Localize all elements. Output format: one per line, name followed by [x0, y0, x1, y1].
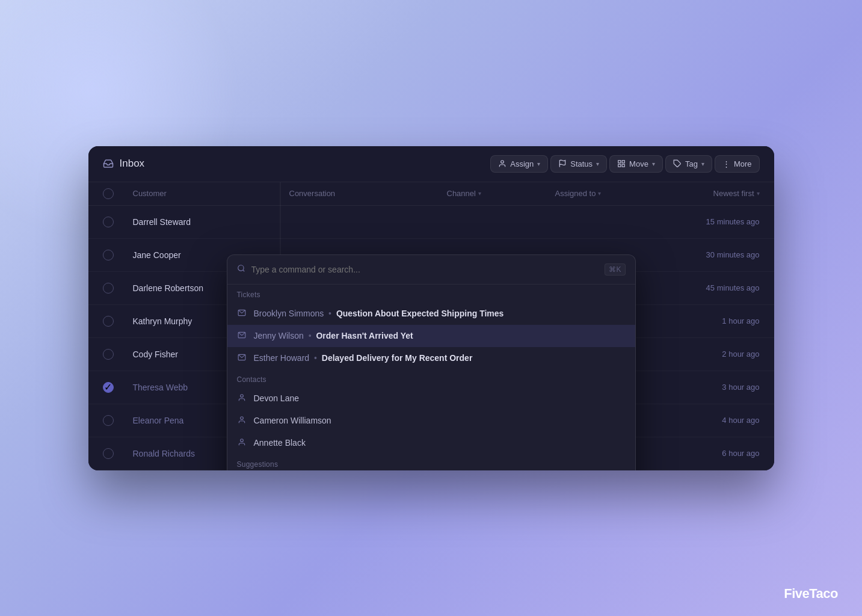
ticket-text: Esther Howard • Delayed Delivery for My …	[254, 353, 626, 363]
brand: FiveTaco	[784, 586, 838, 602]
contact-name: Cameron Williamson	[254, 416, 626, 425]
svg-point-12	[240, 394, 243, 397]
svg-point-14	[240, 439, 243, 442]
svg-point-13	[240, 416, 243, 419]
ticket-item-3[interactable]: Esther Howard • Delayed Delivery for My …	[227, 347, 635, 369]
envelope-icon	[237, 353, 247, 363]
envelope-icon	[237, 309, 247, 319]
contact-name: Annette Black	[254, 438, 626, 448]
contact-item-2[interactable]: Cameron Williamson	[227, 410, 635, 432]
svg-line-8	[242, 270, 244, 272]
svg-point-7	[238, 265, 243, 271]
section-label-suggestions: Suggestions	[227, 454, 635, 470]
app-window: Inbox Assign ▾ Status ▾ Move ▾ Tag ▾	[88, 146, 774, 470]
search-bar: ⌘K	[227, 255, 635, 285]
contact-name: Devon Lane	[254, 393, 626, 403]
search-input[interactable]	[251, 265, 599, 274]
section-label-tickets: Tickets	[227, 285, 635, 303]
person-icon	[237, 393, 247, 404]
command-palette-overlay: ⌘K Tickets Brooklyn Simmons • Question A…	[88, 146, 774, 470]
ticket-text: Brooklyn Simmons • Question About Expect…	[254, 309, 626, 318]
command-palette: ⌘K Tickets Brooklyn Simmons • Question A…	[227, 254, 636, 470]
search-icon	[237, 264, 245, 274]
contact-item-3[interactable]: Annette Black	[227, 432, 635, 454]
search-kbd: ⌘K	[605, 263, 625, 276]
section-label-contacts: Contacts	[227, 369, 635, 387]
person-icon	[237, 416, 247, 426]
ticket-item-2[interactable]: Jenny Wilson • Order Hasn't Arrived Yet	[227, 325, 635, 347]
ticket-item-1[interactable]: Brooklyn Simmons • Question About Expect…	[227, 303, 635, 325]
envelope-icon	[237, 331, 247, 341]
person-icon	[237, 438, 247, 448]
ticket-text: Jenny Wilson • Order Hasn't Arrived Yet	[254, 331, 626, 340]
contact-item-1[interactable]: Devon Lane	[227, 387, 635, 410]
